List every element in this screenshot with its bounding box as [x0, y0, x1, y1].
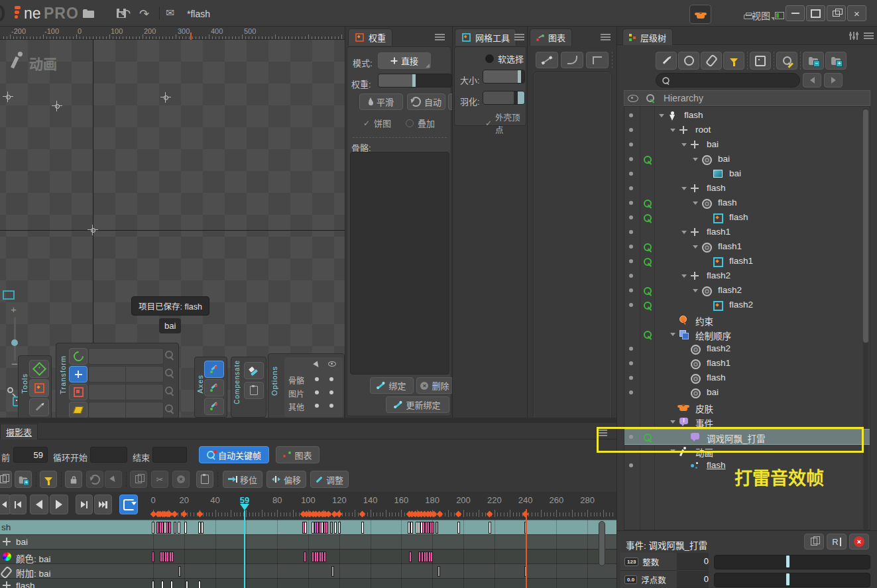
- scale-tool-button[interactable]: [69, 384, 88, 400]
- keyframe-diamond[interactable]: [359, 511, 366, 518]
- graph-tab[interactable]: 图表: [530, 29, 572, 46]
- expand-arrow-icon[interactable]: [670, 420, 675, 424]
- translate-x-field[interactable]: [88, 366, 127, 382]
- keyframe-diamond[interactable]: [181, 511, 188, 518]
- tree-item-label[interactable]: 皮肤: [695, 402, 713, 415]
- graph-view-button[interactable]: 图表: [276, 446, 320, 463]
- event-audio-button[interactable]: [804, 534, 824, 550]
- size-slider[interactable]: [483, 70, 525, 84]
- hierarchy-tab[interactable]: 层级树: [622, 29, 673, 45]
- overlay-checkbox[interactable]: 叠加: [406, 117, 435, 129]
- undo-icon[interactable]: ↶: [121, 7, 131, 21]
- frame-add-button[interactable]: [15, 471, 32, 488]
- tree-row[interactable]: flash2: [624, 268, 870, 283]
- expand-all-button[interactable]: [825, 52, 847, 70]
- keyed-icon[interactable]: [644, 302, 652, 310]
- tree-row[interactable]: flash: [624, 181, 870, 196]
- keyframe-bar[interactable]: [409, 552, 412, 562]
- weight-menu-icon[interactable]: [435, 34, 445, 35]
- ruler-toggle-icon[interactable]: [3, 290, 15, 300]
- tree-item-label[interactable]: flash: [707, 460, 726, 470]
- expand-arrow-icon[interactable]: [681, 231, 687, 234]
- hull-checkbox[interactable]: ✓外壳顶点: [485, 111, 526, 136]
- tree-item-label[interactable]: flash2: [707, 270, 731, 280]
- current-frame-field[interactable]: 59: [13, 447, 48, 463]
- translate-y-field[interactable]: [125, 366, 164, 382]
- tree-row[interactable]: bai: [624, 137, 870, 152]
- keyframe-bar[interactable]: [170, 581, 173, 588]
- adjust-button[interactable]: 调整: [310, 471, 349, 488]
- tree-item-label[interactable]: flash: [684, 110, 703, 120]
- tree-row[interactable]: bai: [624, 385, 870, 400]
- pose-tool-button[interactable]: [29, 360, 49, 378]
- event-delete-button[interactable]: ×: [849, 534, 869, 550]
- track-label[interactable]: 颜色: bai: [16, 552, 51, 565]
- loop-button[interactable]: [119, 495, 138, 514]
- options-select-dot[interactable]: [315, 390, 319, 394]
- redo-icon[interactable]: ↷: [139, 7, 149, 21]
- weight-slider-handle[interactable]: [412, 74, 416, 88]
- tree-item-label[interactable]: flash1: [718, 241, 742, 251]
- ds-lock-button[interactable]: [65, 471, 82, 488]
- feather-slider-handle[interactable]: [518, 91, 524, 105]
- curve-stepped-button[interactable]: [586, 52, 609, 68]
- expand-arrow-icon[interactable]: [670, 333, 675, 336]
- options-visible-dot[interactable]: [329, 390, 333, 394]
- history-forward-button[interactable]: [824, 73, 843, 88]
- expand-arrow-icon[interactable]: [693, 202, 698, 205]
- viewport[interactable]: -200-1000100200300400500 动画 项目已保存: flash…: [0, 27, 345, 418]
- tree-item-label[interactable]: flash: [718, 198, 737, 207]
- offset-button[interactable]: 偏移: [266, 471, 306, 488]
- bone-marker[interactable]: [3, 91, 13, 102]
- zoom-in-button[interactable]: +: [11, 304, 17, 315]
- options-visible-dot[interactable]: [329, 377, 333, 381]
- playhead-marker[interactable]: [240, 504, 249, 510]
- tree-item-label[interactable]: root: [695, 125, 711, 135]
- event-rename-button[interactable]: R: [827, 534, 847, 550]
- visibility-dot[interactable]: [629, 245, 633, 249]
- keyed-icon[interactable]: [644, 287, 652, 295]
- tree-row[interactable]: flash1: [624, 239, 870, 254]
- visibility-dot[interactable]: [629, 347, 633, 351]
- zoom-slider[interactable]: [14, 317, 16, 361]
- tree-item-label[interactable]: 约束: [695, 314, 713, 327]
- visibility-dot[interactable]: [629, 128, 633, 132]
- tree-item-label[interactable]: flash1: [707, 358, 731, 368]
- bone-marker[interactable]: [52, 101, 62, 111]
- keyframe-bar[interactable]: [438, 566, 440, 577]
- ds-paste-button[interactable]: [196, 471, 213, 488]
- expand-arrow-icon[interactable]: [693, 158, 698, 161]
- keyframe-bar[interactable]: [171, 552, 174, 562]
- tree-row[interactable]: flash2: [624, 283, 870, 298]
- tree-row[interactable]: flash: [624, 196, 870, 210]
- visibility-dot[interactable]: [629, 215, 633, 219]
- visibility-dot[interactable]: [629, 157, 633, 161]
- size-slider-handle[interactable]: [518, 70, 521, 84]
- keyframe-diamond[interactable]: [172, 511, 178, 518]
- skin-mode-button[interactable]: [689, 5, 711, 24]
- track-label[interactable]: sh: [1, 522, 11, 532]
- keyframe-bar[interactable]: [325, 522, 328, 534]
- rotate-tool-button[interactable]: [69, 348, 88, 365]
- create-tool-button[interactable]: [29, 398, 49, 416]
- scale-key-icon[interactable]: [165, 386, 173, 394]
- update-bind-button[interactable]: 更新绑定: [386, 396, 449, 413]
- autokey-button[interactable]: 自动关键帧: [199, 446, 269, 463]
- options-select-dot[interactable]: [315, 404, 319, 408]
- keyframe-bar[interactable]: [323, 552, 326, 562]
- expand-arrow-icon[interactable]: [681, 274, 687, 278]
- expand-arrow-icon[interactable]: [693, 289, 698, 292]
- visibility-dot[interactable]: [629, 143, 633, 147]
- keyframe-bar[interactable]: [161, 581, 164, 588]
- tree-row[interactable]: flash1: [624, 225, 870, 239]
- tree-item-label[interactable]: 绘制顺序: [695, 329, 731, 342]
- open-icon[interactable]: [83, 11, 94, 18]
- tree-item-label[interactable]: bai: [718, 154, 730, 164]
- visibility-dot[interactable]: [629, 274, 633, 278]
- keyframe-bar[interactable]: [186, 581, 188, 588]
- keyframe-bar[interactable]: [330, 522, 333, 534]
- visibility-dot[interactable]: [629, 390, 633, 394]
- tree-row[interactable]: flash: [624, 371, 870, 385]
- zoom-tool-icon[interactable]: [7, 387, 13, 393]
- keyed-icon[interactable]: [644, 331, 652, 339]
